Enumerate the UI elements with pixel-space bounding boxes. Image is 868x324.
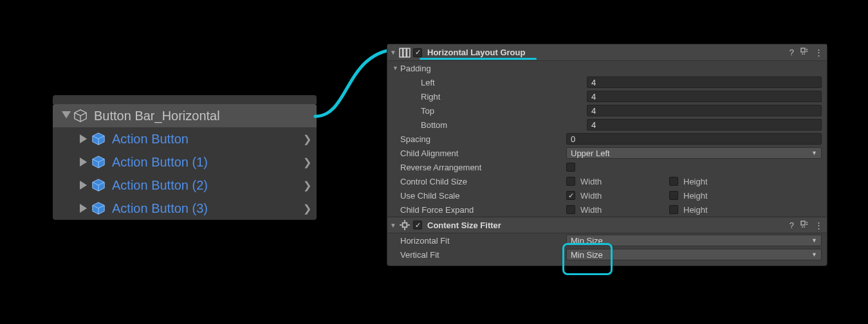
prop-label: Use Child Scale bbox=[400, 191, 566, 201]
expand-width-checkbox[interactable] bbox=[566, 205, 575, 214]
svg-rect-23 bbox=[403, 223, 407, 228]
horizontal-fit-row: Horizontal Fit Min Size ▼ bbox=[387, 233, 827, 248]
prop-label: Left bbox=[421, 78, 587, 87]
padding-bottom-row: Bottom bbox=[387, 118, 827, 132]
scale-width-checkbox[interactable]: ✓ bbox=[566, 191, 575, 200]
svg-rect-28 bbox=[801, 221, 805, 225]
expand-arrow-icon[interactable] bbox=[80, 158, 89, 166]
expand-arrow-icon[interactable] bbox=[62, 111, 71, 120]
padding-top-row: Top bbox=[387, 104, 827, 118]
use-child-scale-row: Use Child Scale ✓Width Height bbox=[387, 188, 827, 203]
chevron-down-icon: ▼ bbox=[811, 150, 817, 156]
prop-label: Spacing bbox=[400, 134, 566, 144]
chevron-down-icon: ▼ bbox=[811, 251, 817, 258]
prop-label: Padding bbox=[400, 64, 566, 73]
open-prefab-icon[interactable]: ❯ bbox=[303, 133, 311, 145]
reverse-checkbox[interactable] bbox=[566, 163, 575, 172]
hierarchy-panel: Button Bar_Horizontal Action Button ❯ Ac… bbox=[53, 104, 317, 220]
svg-rect-18 bbox=[801, 48, 805, 52]
prefab-icon bbox=[91, 155, 106, 169]
hierarchy-parent-label: Button Bar_Horizontal bbox=[94, 109, 311, 123]
hierarchy-child-row[interactable]: Action Button (1) ❯ bbox=[53, 150, 317, 174]
component-header-csf[interactable]: ▼ ✓ Content Size Fitter ? ⋮ bbox=[387, 217, 827, 233]
prop-label: Control Child Size bbox=[400, 177, 566, 186]
hierarchy-child-row[interactable]: Action Button (3) ❯ bbox=[53, 197, 317, 220]
prop-label: Top bbox=[421, 106, 587, 116]
horizontal-fit-dropdown[interactable]: Min Size ▼ bbox=[566, 235, 822, 246]
control-width-checkbox[interactable] bbox=[566, 177, 575, 186]
component-title: Horizontal Layout Group bbox=[427, 48, 790, 57]
menu-icon[interactable]: ⋮ bbox=[815, 48, 823, 57]
vertical-fit-row: Vertical Fit Min Size ▼ bbox=[387, 248, 827, 262]
scale-height-checkbox[interactable] bbox=[669, 191, 678, 200]
hierarchy-child-row[interactable]: Action Button (2) ❯ bbox=[53, 174, 317, 197]
hierarchy-child-label: Action Button bbox=[112, 132, 303, 147]
prop-label: Reverse Arrangement bbox=[400, 163, 566, 172]
prop-label: Child Force Expand bbox=[400, 205, 566, 215]
expand-height-checkbox[interactable] bbox=[669, 205, 678, 214]
help-icon[interactable]: ? bbox=[790, 48, 794, 57]
svg-rect-15 bbox=[400, 48, 403, 57]
padding-group[interactable]: ▼ Padding bbox=[387, 61, 827, 75]
prop-label: Vertical Fit bbox=[400, 250, 566, 260]
expand-arrow-icon[interactable] bbox=[80, 181, 89, 190]
hierarchy-clip bbox=[53, 95, 317, 104]
padding-bottom-input[interactable] bbox=[587, 119, 822, 130]
prop-label: Bottom bbox=[421, 120, 587, 130]
vertical-fit-dropdown[interactable]: Min Size ▼ bbox=[566, 249, 822, 260]
fold-arrow-icon[interactable]: ▼ bbox=[390, 49, 398, 56]
padding-left-input[interactable] bbox=[587, 76, 822, 88]
padding-top-input[interactable] bbox=[587, 105, 822, 116]
menu-icon[interactable]: ⋮ bbox=[815, 221, 823, 230]
control-child-size-row: Control Child Size Width Height bbox=[387, 174, 827, 188]
svg-marker-6 bbox=[80, 158, 87, 166]
width-label: Width bbox=[580, 191, 602, 201]
preset-icon[interactable] bbox=[800, 221, 808, 230]
open-prefab-icon[interactable]: ❯ bbox=[303, 179, 311, 192]
svg-marker-0 bbox=[62, 111, 71, 118]
width-label: Width bbox=[580, 205, 602, 215]
hierarchy-child-label: Action Button (3) bbox=[112, 201, 303, 216]
prefab-icon bbox=[91, 201, 106, 215]
width-label: Width bbox=[580, 177, 602, 186]
dropdown-value: Min Size bbox=[571, 236, 603, 246]
content-size-fitter-icon bbox=[399, 219, 411, 231]
open-prefab-icon[interactable]: ❯ bbox=[303, 156, 311, 168]
fold-arrow-icon[interactable]: ▼ bbox=[392, 65, 400, 71]
dropdown-value: Min Size bbox=[571, 250, 603, 260]
height-label: Height bbox=[683, 191, 708, 201]
component-enable-checkbox[interactable]: ✓ bbox=[413, 221, 422, 230]
padding-right-row: Right bbox=[387, 89, 827, 104]
svg-marker-12 bbox=[80, 204, 87, 213]
padding-right-input[interactable] bbox=[587, 91, 822, 102]
spacing-row: Spacing bbox=[387, 132, 827, 146]
child-alignment-dropdown[interactable]: Upper Left ▼ bbox=[566, 147, 822, 159]
dropdown-value: Upper Left bbox=[571, 148, 610, 158]
svg-marker-9 bbox=[80, 181, 87, 190]
preset-icon[interactable] bbox=[800, 48, 808, 57]
svg-rect-17 bbox=[407, 48, 410, 57]
spacing-input[interactable] bbox=[566, 133, 822, 145]
control-height-checkbox[interactable] bbox=[669, 177, 678, 186]
prefab-icon bbox=[91, 132, 106, 146]
expand-arrow-icon[interactable] bbox=[80, 204, 89, 213]
fold-arrow-icon[interactable]: ▼ bbox=[390, 222, 398, 229]
hierarchy-child-label: Action Button (1) bbox=[112, 155, 303, 170]
prop-label: Right bbox=[421, 92, 587, 102]
gameobject-icon bbox=[73, 109, 88, 123]
prefab-icon bbox=[91, 178, 106, 192]
prop-label: Child Alignment bbox=[400, 148, 566, 158]
component-enable-checkbox[interactable]: ✓ bbox=[413, 48, 422, 57]
child-force-expand-row: Child Force Expand Width Height bbox=[387, 203, 827, 217]
hierarchy-parent-row[interactable]: Button Bar_Horizontal bbox=[53, 104, 317, 127]
open-prefab-icon[interactable]: ❯ bbox=[303, 203, 311, 215]
prop-label: Horizontal Fit bbox=[400, 236, 566, 246]
height-label: Height bbox=[683, 177, 708, 186]
help-icon[interactable]: ? bbox=[790, 221, 794, 230]
height-label: Height bbox=[683, 205, 708, 215]
hierarchy-child-row[interactable]: Action Button ❯ bbox=[53, 127, 317, 150]
reverse-arrangement-row: Reverse Arrangement bbox=[387, 160, 827, 174]
expand-arrow-icon[interactable] bbox=[80, 134, 89, 143]
svg-marker-3 bbox=[80, 134, 87, 143]
component-header-hlg[interactable]: ▼ ✓ Horizontal Layout Group ? ⋮ bbox=[387, 44, 827, 61]
